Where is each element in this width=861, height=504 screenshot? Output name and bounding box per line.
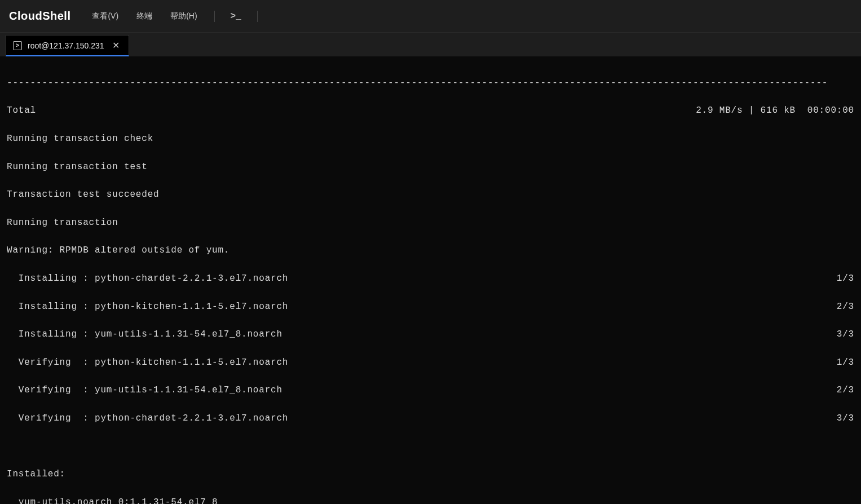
- terminal-line: Installing : yum-utils-1.1.31-54.el7_8.n…: [7, 328, 854, 342]
- terminal-line: Total2.9 MB/s | 616 kB 00:00:00: [7, 104, 854, 118]
- menu-help[interactable]: 帮助(H): [162, 8, 205, 25]
- menu-divider: [214, 11, 215, 22]
- terminal-line: Installed:: [7, 467, 854, 481]
- terminal-line: Verifying : yum-utils-1.1.31-54.el7_8.no…: [7, 383, 854, 397]
- terminal-blank-line: [7, 440, 854, 454]
- pkg-left: Verifying : python-kitchen-1.1.1-5.el7.n…: [7, 356, 288, 370]
- terminal-line: yum-utils.noarch 0:1.1.31-54.el7_8: [7, 496, 854, 504]
- app-logo: CloudShell: [9, 10, 70, 23]
- terminal-output[interactable]: ----------------------------------------…: [0, 56, 861, 504]
- terminal-line: Warning: RPMDB altered outside of yum.: [7, 244, 854, 258]
- terminal-tab[interactable]: > root@121.37.150.231 ✕: [6, 35, 129, 56]
- terminal-divider-line: ----------------------------------------…: [7, 76, 854, 90]
- terminal-line: Verifying : python-chardet-2.2.1-3.el7.n…: [7, 412, 854, 426]
- pkg-left: Installing : yum-utils-1.1.31-54.el7_8.n…: [7, 328, 282, 342]
- terminal-line: Running transaction check: [7, 132, 854, 146]
- pkg-right: 3/3: [837, 328, 854, 342]
- pkg-left: Installing : python-kitchen-1.1.1-5.el7.…: [7, 300, 288, 314]
- pkg-right: 1/3: [837, 272, 854, 286]
- menu-divider-2: [257, 11, 258, 22]
- terminal-line: Installing : python-chardet-2.2.1-3.el7.…: [7, 272, 854, 286]
- app-header: CloudShell 查看(V) 终端 帮助(H) >_: [0, 0, 861, 33]
- pkg-right: 2/3: [837, 300, 854, 314]
- tab-label: root@121.37.150.231: [28, 41, 104, 50]
- pkg-left: Installing : python-chardet-2.2.1-3.el7.…: [7, 272, 288, 286]
- terminal-line: Installing : python-kitchen-1.1.1-5.el7.…: [7, 300, 854, 314]
- terminal-icon: >: [13, 41, 22, 50]
- pkg-right: 3/3: [837, 412, 854, 426]
- terminal-line: Transaction test succeeded: [7, 188, 854, 202]
- terminal-line: Verifying : python-kitchen-1.1.1-5.el7.n…: [7, 356, 854, 370]
- pkg-right: 2/3: [837, 383, 854, 397]
- pkg-right: 1/3: [837, 356, 854, 370]
- total-label: Total: [7, 104, 36, 118]
- menu-view[interactable]: 查看(V): [84, 8, 126, 25]
- menu-terminal[interactable]: 终端: [129, 8, 160, 25]
- pkg-left: Verifying : python-chardet-2.2.1-3.el7.n…: [7, 412, 288, 426]
- pkg-left: Verifying : yum-utils-1.1.31-54.el7_8.no…: [7, 383, 282, 397]
- terminal-line: Running transaction: [7, 216, 854, 230]
- total-stats: 2.9 MB/s | 616 kB 00:00:00: [696, 104, 854, 118]
- terminal-line: Running transaction test: [7, 160, 854, 174]
- tab-bar: > root@121.37.150.231 ✕: [0, 33, 861, 56]
- close-icon[interactable]: ✕: [110, 40, 122, 51]
- prompt-icon[interactable]: >_: [224, 8, 248, 25]
